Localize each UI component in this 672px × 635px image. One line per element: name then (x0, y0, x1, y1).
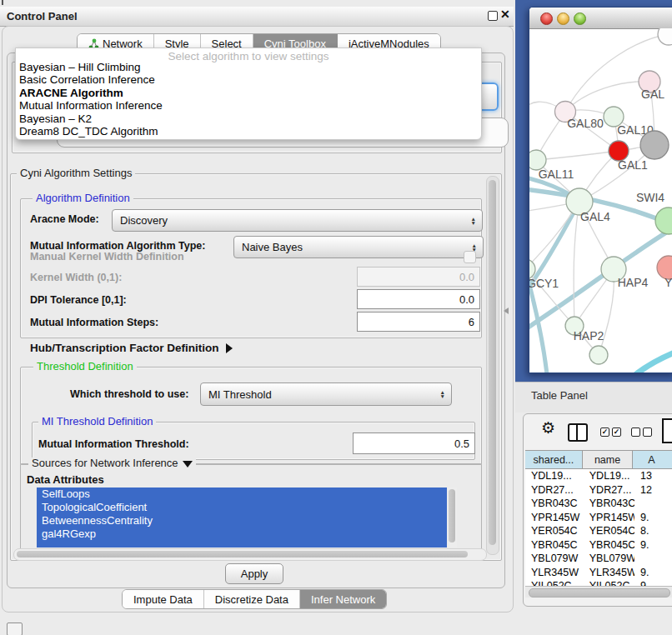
table-cell: YIL052C (525, 579, 584, 586)
node-label: GAL80 (567, 117, 604, 130)
column-header-name[interactable]: name (583, 451, 633, 468)
unchecked-checkbox-icon[interactable] (631, 428, 640, 437)
node-label: GAL1 (618, 158, 648, 172)
checked-checkbox-icon[interactable]: ✓ (600, 428, 609, 437)
window-minimize-icon[interactable] (557, 12, 569, 25)
table-row[interactable]: YDR27...YDR27...12 (525, 483, 672, 498)
table-hscrollbar[interactable] (525, 586, 672, 598)
table-cell: YBL079W (584, 552, 634, 566)
network-node[interactable] (589, 346, 608, 364)
sources-title[interactable]: Sources for Network Inference (28, 458, 196, 469)
window-zoom-icon[interactable] (574, 12, 586, 25)
network-node-swi4[interactable] (655, 208, 672, 234)
table-row[interactable]: YBR045CYBR045C9. (525, 538, 672, 552)
window-close-icon[interactable] (540, 12, 553, 25)
attribute-item[interactable]: gal4RGexp (37, 528, 447, 541)
table-header-row: shared... name A (525, 451, 672, 469)
gear-icon[interactable]: ⚙ (541, 420, 555, 436)
settings-hscrollbar-thumb[interactable] (17, 551, 468, 558)
apply-button[interactable]: Apply (225, 563, 283, 584)
node-table: shared... name A YDL19...YDL19...13YDR27… (525, 450, 672, 586)
table-hscrollbar-thumb[interactable] (529, 588, 670, 598)
column-header-shared[interactable]: shared... (525, 451, 583, 468)
table-row[interactable]: YDL19...YDL19...13 (525, 469, 672, 483)
aracne-mode-combo[interactable]: Discovery ▲▼ (112, 209, 483, 232)
attr-list-vscrollbar[interactable] (448, 488, 457, 548)
dropdown-item-aracne[interactable]: ARACNE Algorithm (16, 87, 481, 99)
table-cell: YDR27... (525, 483, 584, 498)
table-cell: 9. (634, 511, 672, 525)
table-cell: 13 (634, 469, 672, 483)
mi-type-combo[interactable]: Naive Bayes ▲▼ (233, 236, 484, 258)
tab-infer-network[interactable]: Infer Network (300, 590, 386, 608)
float-window-icon[interactable] (488, 11, 498, 21)
table-panel-title: Table Panel (531, 389, 588, 402)
data-attributes-list: SelfLoops TopologicalCoefficient Between… (37, 488, 447, 548)
mi-threshold-field[interactable]: 0.5 (353, 432, 475, 454)
settings-hscrollbar[interactable] (13, 548, 487, 561)
table-cell: YBR045C (525, 538, 584, 552)
table-cell: YBR043C (525, 497, 584, 511)
table-row[interactable]: YLR345WYLR345W9. (525, 566, 672, 580)
dpi-tolerance-field[interactable]: 0.0 (357, 289, 480, 309)
table-cell: YDR27... (584, 483, 634, 498)
algorithm-definition-title: Algorithm Definition (33, 192, 133, 204)
mi-steps-label: Mutual Information Steps: (30, 317, 158, 328)
table-row[interactable]: YPR145WYPR145W9. (525, 511, 672, 525)
panel-divider-arrow[interactable] (504, 308, 509, 314)
kernel-width-field[interactable]: 0.0 (357, 267, 480, 287)
columns-icon[interactable] (568, 423, 588, 442)
tab-label: Infer Network (311, 593, 375, 606)
attribute-item[interactable]: SelfLoops (37, 488, 447, 501)
node-label: HAP4 (618, 276, 649, 289)
network-node[interactable] (640, 131, 669, 159)
unchecked-checkbox-icon[interactable] (643, 428, 652, 437)
aracne-mode-value: Discovery (120, 214, 168, 227)
dropdown-item[interactable]: Bayesian – Hill Climbing (16, 61, 481, 73)
table-row[interactable]: YER054CYER054C8. (525, 524, 672, 538)
manual-kernel-checkbox[interactable] (464, 251, 476, 263)
which-threshold-combo[interactable]: MI Threshold ▲▼ (200, 382, 452, 406)
hub-definition-toggle[interactable]: Hub/Transcription Factor Definition (30, 342, 233, 354)
tab-discretize-data[interactable]: Discretize Data (204, 590, 300, 608)
minimized-panel-icon[interactable] (7, 622, 23, 635)
mi-threshold-group-title: MI Threshold Definition (38, 416, 156, 428)
dpi-tolerance-label: DPI Tolerance [0,1]: (30, 294, 127, 306)
node-label: GAL (641, 88, 664, 101)
table-cell: YBR043C (584, 497, 634, 511)
table-cell: YBR045C (584, 538, 634, 552)
close-icon[interactable]: ✕ (500, 8, 510, 21)
table-cell: YLR345W (584, 566, 634, 580)
dropdown-item[interactable]: Bayesian – K2 (16, 112, 481, 125)
table-row[interactable]: YBR043CYBR043C (525, 497, 672, 511)
checked-checkbox-icon[interactable]: ✓ (612, 428, 621, 437)
table-cell: 9. (634, 566, 672, 580)
settings-vscrollbar[interactable] (486, 176, 499, 555)
bottom-tabstrip: Impute Data Discretize Data Infer Networ… (122, 589, 387, 609)
settings-vscrollbar-thumb[interactable] (489, 180, 496, 545)
tab-label: Discretize Data (215, 593, 288, 606)
screenshot-root: Control Panel ✕ Network Style Select Cyn… (0, 0, 672, 635)
node-label: SWI4 (636, 191, 664, 204)
node-label: Y (664, 276, 672, 289)
table-cell: YLR345W (525, 566, 584, 580)
attribute-item[interactable]: BetweennessCentrality (37, 514, 447, 528)
network-node[interactable] (658, 28, 672, 45)
table-row[interactable]: YIL052CYIL052C9 (525, 579, 672, 586)
node-label: GAL11 (539, 168, 574, 181)
dropdown-item[interactable]: Dream8 DC_TDC Algorithm (16, 125, 481, 138)
dropdown-item[interactable]: Mutual Information Inference (16, 99, 481, 112)
network-window-titlebar[interactable] (529, 8, 672, 29)
collapse-down-icon (183, 461, 193, 468)
table-row[interactable]: YBL079WYBL079W (525, 552, 672, 566)
attr-list-vscrollbar-thumb[interactable] (449, 489, 455, 542)
column-header-partial[interactable]: A (633, 451, 672, 468)
network-canvas[interactable]: GALGAL80GAL10GAL1GAL11GAL4SWI4HAP4YGCY1H… (529, 28, 672, 372)
mi-steps-field[interactable]: 6 (357, 312, 480, 332)
tab-impute-data[interactable]: Impute Data (123, 590, 204, 608)
dropdown-item[interactable]: Basic Correlation Inference (16, 73, 481, 86)
attribute-item[interactable]: TopologicalCoefficient (37, 501, 447, 514)
table-cell: 9. (634, 538, 672, 552)
sources-title-label: Sources for Network Inference (32, 457, 178, 469)
document-icon[interactable] (662, 418, 672, 443)
